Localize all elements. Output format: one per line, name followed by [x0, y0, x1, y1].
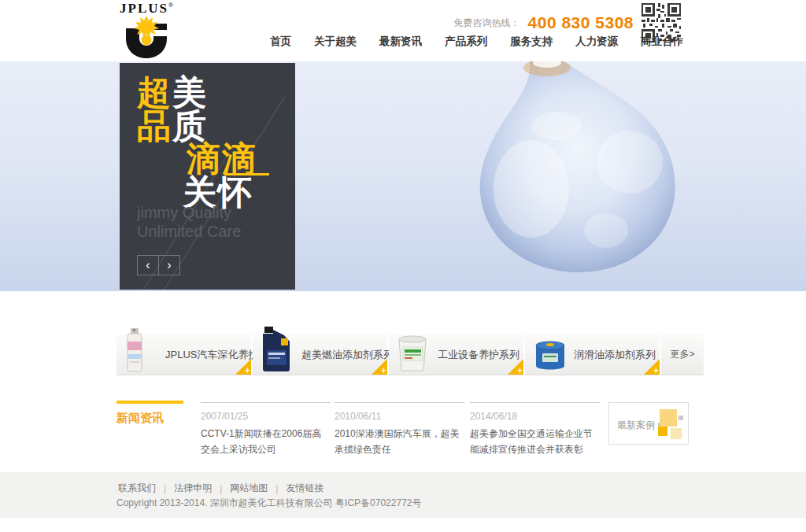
news-item: 2010/06/11 2010深港澳国际汽车展，超美承揽绿色责任: [335, 402, 464, 458]
banner-headline-line1: 超美: [137, 76, 208, 109]
separator: |: [164, 483, 166, 494]
banner-slide-panel: 超美 品质 滴滴 关怀 jimmy Quality Unlimited Care…: [120, 63, 295, 290]
banner-headline-line2: 品质: [137, 109, 208, 143]
news-item: 2014/06/18 超美参加全国交通运输企业节能减排宣传推进会并获表彰: [470, 402, 600, 458]
news-item-link[interactable]: 2010深港澳国际汽车展，超美承揽绿色责任: [335, 426, 464, 458]
spray-can-icon: [124, 328, 145, 372]
carousel-next-button[interactable]: ›: [158, 255, 180, 275]
news-item-link[interactable]: 超美参加全国交通运输企业节能减排宣传推进会并获表彰: [470, 426, 600, 458]
news-date: 2007/01/25: [201, 411, 331, 422]
footer: 联系我们 | 法律申明 | 网站地图 | 友情链接 Copyright 2013…: [0, 472, 806, 518]
lubricant-drum-icon: [533, 339, 568, 372]
more-products-button[interactable]: 更多>: [661, 334, 704, 375]
yellow-square-decoration: [658, 427, 667, 436]
product-tab-car-care[interactable]: JPLUS汽车深化养护用品 +: [116, 334, 251, 375]
product-tab-industrial[interactable]: 工业设备养护系列 +: [389, 334, 523, 375]
nav-item-business[interactable]: 商业合作: [641, 35, 683, 49]
footer-links: 联系我们 | 法律申明 | 网站地图 | 友情链接: [118, 482, 324, 495]
nav-item-about[interactable]: 关于超美: [314, 35, 357, 49]
news-date: 2014/06/18: [470, 411, 600, 422]
yellow-square-decoration: [671, 428, 682, 439]
carousel-prev-button[interactable]: ‹: [137, 255, 159, 275]
footer-link-contact[interactable]: 联系我们: [118, 482, 156, 495]
header: JPLUS® 免费咨询热线： 400 830 5308 首页 关于超美 最新资: [0, 0, 806, 61]
plus-icon: +: [517, 366, 523, 375]
product-tab-fuel-additive[interactable]: 超美燃油添加剂系列 +: [253, 334, 387, 375]
latest-cases-label: 最新案例: [617, 419, 655, 432]
yellow-square-decoration: [660, 409, 677, 427]
copyright-text: Copyright 2013-2014. 深圳市超美化工科技有限公司 粤ICP备…: [116, 497, 421, 510]
news-section-title: 新闻资讯: [116, 401, 183, 426]
jplus-logo-icon: [123, 16, 170, 58]
banner-headline-line3: 滴滴: [187, 142, 257, 175]
hero-banner: 超美 品质 滴滴 关怀 jimmy Quality Unlimited Care…: [0, 61, 806, 291]
nav-item-home[interactable]: 首页: [270, 35, 291, 49]
hotline-number: 400 830 5308: [528, 13, 634, 32]
nav-item-news[interactable]: 最新资讯: [379, 35, 422, 49]
banner-english-subtitle: jimmy Quality Unlimited Care: [137, 203, 241, 241]
hotline-label: 免费咨询热线：: [454, 17, 520, 30]
nav-item-hr[interactable]: 人力资源: [575, 35, 618, 49]
plus-icon: +: [653, 366, 659, 375]
water-drop-globe-image: [437, 61, 704, 291]
news-item: 2007/01/25 CCTV-1新闻联播在2006届高交会上采访我公司: [201, 402, 331, 458]
page: JPLUS® 免费咨询热线： 400 830 5308 首页 关于超美 最新资: [0, 0, 806, 532]
news-item-link[interactable]: CCTV-1新闻联播在2006届高交会上采访我公司: [201, 426, 331, 458]
carousel-controls: ‹ ›: [137, 255, 180, 275]
logo[interactable]: JPLUS®: [110, 2, 183, 58]
nav-item-products[interactable]: 产品系列: [445, 35, 487, 49]
logo-text: JPLUS: [120, 1, 168, 16]
chevron-left-icon: ‹: [146, 258, 150, 272]
latest-cases-button[interactable]: 最新案例 ▸: [608, 402, 689, 445]
registered-mark: ®: [168, 2, 173, 9]
gray-square-decoration: [678, 416, 683, 420]
chevron-right-icon: ›: [167, 258, 171, 272]
industrial-bucket-icon: [397, 334, 428, 372]
footer-link-sitemap[interactable]: 网站地图: [230, 482, 268, 495]
nav-item-support[interactable]: 服务支持: [510, 35, 553, 49]
separator: |: [275, 483, 278, 494]
plus-icon: +: [245, 366, 250, 375]
footer-link-friends[interactable]: 友情链接: [286, 482, 324, 495]
news-date: 2010/06/11: [335, 411, 464, 422]
product-category-bar: JPLUS汽车深化养护用品 + 超美燃油添加剂系列 +: [116, 334, 690, 375]
product-tab-lubricant[interactable]: 润滑油添加剂系列 +: [525, 334, 660, 375]
plus-icon: +: [381, 366, 386, 375]
fuel-additive-bottle-icon: [261, 327, 292, 372]
main-nav: 首页 关于超美 最新资讯 产品系列 服务支持 人力资源 商业合作: [270, 35, 683, 49]
separator: |: [220, 483, 222, 494]
footer-link-legal[interactable]: 法律申明: [174, 482, 212, 495]
